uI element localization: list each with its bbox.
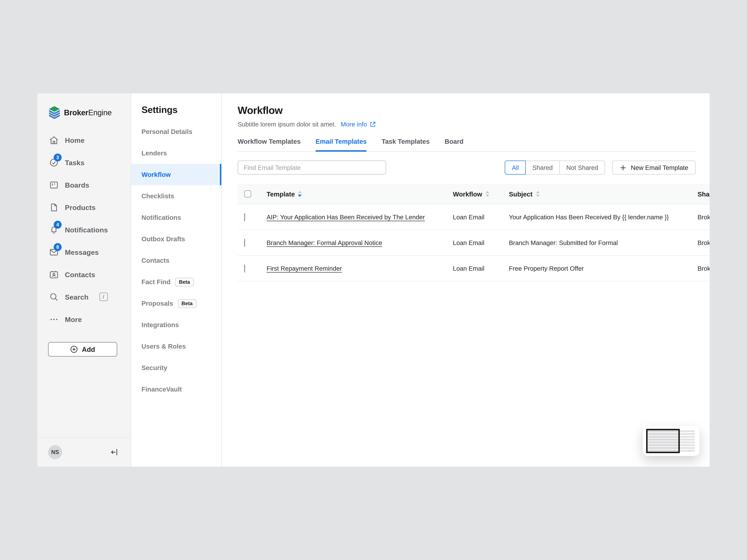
sidebar-item-products[interactable]: Products [37, 196, 131, 218]
settings-item-workflow[interactable]: Workflow [131, 164, 221, 185]
new-email-template-button[interactable]: New Email Template [612, 161, 696, 175]
sort-icon [485, 191, 489, 197]
subject-cell: Your Application Has Been Received By {{… [502, 214, 691, 220]
search-shortcut-key: / [99, 293, 108, 301]
table-row: Branch Manager: Formal Approval Notice L… [238, 230, 710, 256]
workflow-cell: Loan Email [447, 214, 502, 220]
tab-email-templates[interactable]: Email Templates [316, 138, 367, 151]
tab-board[interactable]: Board [445, 138, 463, 151]
messages-badge: 8 [54, 243, 61, 251]
sidebar-item-label: Search [65, 293, 88, 301]
template-link[interactable]: AIP: Your Application Has Been Received … [266, 214, 425, 220]
settings-item-notifications[interactable]: Notifications [131, 207, 221, 228]
envelope-icon: 8 [49, 247, 59, 257]
settings-item-checklists[interactable]: Checklists [131, 185, 221, 207]
sidebar-footer: NS [37, 437, 131, 466]
thumbnail-preview-card[interactable] [643, 426, 699, 456]
sidebar-item-more[interactable]: More [37, 308, 131, 330]
external-link-icon [370, 121, 376, 127]
share-filter-group: All Shared Not Shared [505, 161, 605, 175]
more-info-link[interactable]: More info [341, 121, 376, 128]
sidebar-item-label: Messages [65, 248, 99, 256]
app-window: BrokerEngine Home 3 Tasks [37, 93, 710, 466]
settings-item-lenders[interactable]: Lenders [131, 142, 221, 164]
toolbar-right: All Shared Not Shared New Email Template [505, 161, 696, 175]
collapse-sidebar-icon[interactable] [110, 448, 120, 457]
settings-item-integrations[interactable]: Integrations [131, 314, 221, 336]
sort-icon [298, 191, 302, 197]
search-icon [49, 292, 59, 302]
home-icon [49, 135, 59, 145]
sidebar-item-contacts[interactable]: Contacts [37, 263, 131, 286]
template-link[interactable]: Branch Manager: Formal Approval Notice [266, 239, 382, 246]
tasks-badge: 3 [54, 153, 61, 161]
template-link[interactable]: First Repayment Reminder [266, 265, 342, 272]
table-header-row: Template Workflow Subject Shared [238, 184, 710, 205]
page-subtitle-row: Subtitle lorem ipsum dolor sit amet. Mor… [238, 121, 710, 128]
sidebar-item-home[interactable]: Home [37, 129, 131, 151]
add-button[interactable]: Add [48, 342, 117, 356]
sidebar-item-tasks[interactable]: 3 Tasks [37, 151, 131, 174]
add-button-label: Add [82, 346, 95, 353]
sidebar-item-label: Boards [65, 181, 89, 189]
plus-circle-icon [70, 345, 78, 353]
beta-badge: Beta [178, 299, 197, 308]
sort-icon [536, 191, 540, 197]
ellipsis-icon [49, 314, 59, 324]
boards-icon [49, 180, 59, 190]
sidebar-item-label: Contacts [65, 270, 95, 278]
settings-title: Settings [141, 105, 221, 115]
filter-shared-button[interactable]: Shared [525, 161, 560, 175]
table-row: First Repayment Reminder Loan Email Free… [238, 256, 710, 282]
sidebar-item-label: More [65, 315, 82, 323]
settings-item-users-roles[interactable]: Users & Roles [131, 336, 221, 357]
brand-name: BrokerEngine [64, 108, 112, 117]
subject-cell: Branch Manager: Submitted for Formal [502, 239, 691, 246]
sidebar-item-label: Products [65, 203, 96, 211]
select-all-checkbox[interactable] [244, 190, 251, 197]
settings-item-outbox-drafts[interactable]: Outbox Drafts [131, 228, 221, 250]
shared-cell: Broker [691, 265, 710, 272]
tab-workflow-templates[interactable]: Workflow Templates [238, 138, 301, 151]
row-checkbox[interactable] [244, 239, 245, 247]
search-input[interactable] [238, 161, 386, 175]
settings-item-personal-details[interactable]: Personal Details [131, 121, 221, 142]
notifications-badge: 4 [54, 220, 61, 229]
sidebar-item-notifications[interactable]: 4 Notifications [37, 218, 131, 241]
column-header-subject[interactable]: Subject [502, 190, 691, 198]
avatar[interactable]: NS [48, 445, 62, 459]
row-checkbox[interactable] [244, 264, 245, 272]
tasks-icon: 3 [49, 158, 59, 167]
page-subtitle: Subtitle lorem ipsum dolor sit amet. [238, 121, 336, 128]
page-title: Workflow [238, 105, 710, 117]
settings-item-contacts[interactable]: Contacts [131, 250, 221, 271]
brand-logo[interactable]: BrokerEngine [49, 105, 131, 119]
table-row: AIP: Your Application Has Been Received … [238, 205, 710, 230]
canvas: BrokerEngine Home 3 Tasks [0, 0, 747, 560]
tab-task-templates[interactable]: Task Templates [382, 138, 430, 151]
email-templates-table: Template Workflow Subject Shared [238, 184, 710, 282]
selection-rectangle [646, 429, 680, 453]
bell-icon: 4 [49, 225, 59, 235]
primary-nav: Home 3 Tasks Boards [37, 129, 131, 330]
workflow-cell: Loan Email [447, 265, 502, 272]
filter-not-shared-button[interactable]: Not Shared [559, 161, 605, 175]
toolbar: All Shared Not Shared New Email Template [238, 161, 696, 175]
sidebar-item-messages[interactable]: 8 Messages [37, 241, 131, 263]
filter-all-button[interactable]: All [505, 161, 526, 175]
main-content: Workflow Subtitle lorem ipsum dolor sit … [222, 93, 710, 466]
shared-cell: Broker [691, 214, 710, 220]
sidebar-item-search[interactable]: Search / [37, 286, 131, 308]
products-icon [49, 203, 59, 212]
settings-item-fact-find[interactable]: Fact FindBeta [131, 271, 221, 293]
settings-item-financevault[interactable]: FinanceVault [131, 378, 221, 400]
sidebar-item-boards[interactable]: Boards [37, 174, 131, 196]
column-header-shared[interactable]: Shared [691, 190, 710, 198]
column-header-template[interactable]: Template [260, 190, 447, 198]
settings-item-proposals[interactable]: ProposalsBeta [131, 293, 221, 314]
sidebar-item-label: Tasks [65, 159, 84, 166]
plus-icon [620, 164, 627, 171]
column-header-workflow[interactable]: Workflow [447, 190, 502, 198]
settings-item-security[interactable]: Security [131, 357, 221, 378]
row-checkbox[interactable] [244, 213, 245, 221]
